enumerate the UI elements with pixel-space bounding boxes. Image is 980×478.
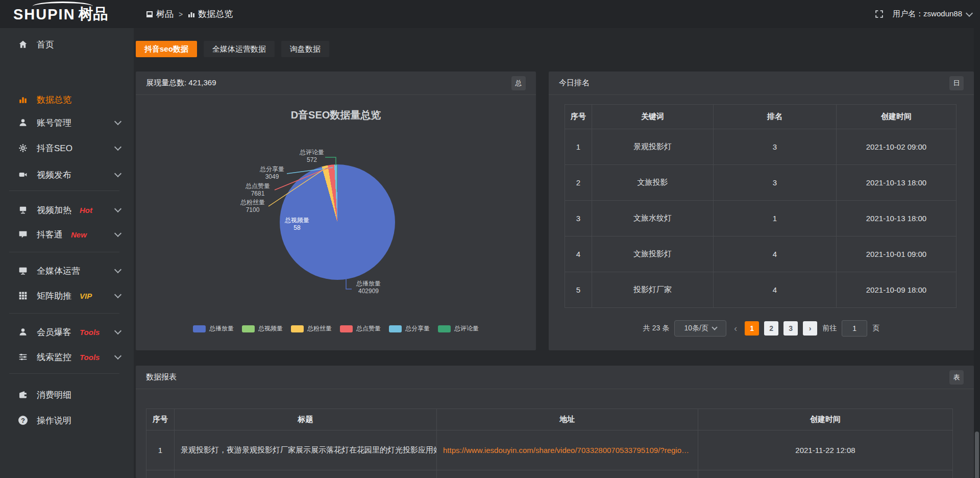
sidebar-item-matrix-boost[interactable]: 矩阵助推 VIP <box>0 283 134 308</box>
pagination: 共 23 条 10条/页 ‹ 1 2 3 › 前往 页 <box>549 320 974 337</box>
sidebar-item-douketong[interactable]: 抖客通 New <box>0 222 134 247</box>
wallet-icon <box>18 390 28 399</box>
table-row: 1景观投影灯32021-10-02 09:00 <box>565 129 957 165</box>
sidebar-divider <box>9 190 119 191</box>
tab-media-operation-data[interactable]: 全媒体运营数据 <box>204 41 275 57</box>
next-page-button[interactable]: › <box>803 321 817 336</box>
video-camera-icon <box>18 170 28 179</box>
pie-label-likes: 总点赞量7681 <box>240 182 276 198</box>
col-index: 序号 <box>565 105 592 129</box>
new-badge: New <box>71 230 87 239</box>
chevron-down-icon <box>114 144 121 151</box>
legend-swatch <box>438 325 451 332</box>
table-row: 4文旅投影灯42021-10-01 09:00 <box>565 236 957 272</box>
tab-douyin-seo-data[interactable]: 抖音seo数据 <box>136 41 197 57</box>
col-created: 创建时间 <box>698 409 953 431</box>
table-row: 2文旅投影32021-10-13 18:00 <box>565 165 957 201</box>
chart-legend: 总播放量 总视频量 总粉丝量 总点赞量 总分享量 总评论量 <box>136 324 536 333</box>
table-badge-button[interactable]: 表 <box>949 370 964 385</box>
username-label: 用户名：zswodun88 <box>893 9 962 19</box>
tools-badge: Tools <box>80 353 100 362</box>
ranking-panel-title: 今日排名 <box>559 78 590 88</box>
legend-swatch <box>340 325 353 332</box>
breadcrumb-root[interactable]: 树品 <box>146 8 174 20</box>
monitor-icon <box>18 266 28 275</box>
created-time-cell: 2021-11-22 12:08 <box>698 431 953 470</box>
question-icon <box>18 416 28 425</box>
table-row: 1 景观投影灯，夜游景观投影灯厂家展示展示落花灯在花园里的灯光投影应用效果 # … <box>146 431 953 470</box>
data-tabs: 抖音seo数据 全媒体运营数据 询盘数据 <box>136 41 329 57</box>
app-square-icon <box>146 11 153 18</box>
sidebar-item-data-overview[interactable]: 数据总览 <box>0 87 134 112</box>
chevron-down-icon <box>114 118 121 125</box>
chevron-down-icon <box>114 170 121 177</box>
page-size-select[interactable]: 10条/页 <box>674 320 726 337</box>
pie-label-fans: 总粉丝量7100 <box>235 199 271 214</box>
legend-item-shares[interactable]: 总分享量 <box>389 324 430 333</box>
today-ranking-panel: 今日排名 日 序号 关键词 排名 创建时间 1景观投影灯32021-10-02 … <box>549 71 974 350</box>
report-table: 序号 标题 地址 创建时间 1 景观投影灯，夜游景观投影灯厂家展示展示落花灯在花… <box>146 409 953 478</box>
page-button-1[interactable]: 1 <box>745 321 759 336</box>
chevron-down-icon <box>114 266 121 273</box>
col-rank: 排名 <box>714 105 837 129</box>
chevron-down-icon <box>114 205 121 212</box>
sidebar-item-media-operation[interactable]: 全媒体运营 <box>0 258 134 283</box>
legend-item-likes[interactable]: 总点赞量 <box>340 324 381 333</box>
pagination-total: 共 23 条 <box>643 324 669 333</box>
sidebar-item-video-heat[interactable]: 视频加热 Hot <box>0 198 134 222</box>
page-button-2[interactable]: 2 <box>764 321 778 336</box>
video-url-link[interactable]: https://www.iesdouyin.com/share/video/70… <box>443 446 689 455</box>
col-url: 地址 <box>437 409 698 431</box>
sidebar-item-member-burst[interactable]: 会员爆客 Tools <box>0 320 134 344</box>
scrollbar-thumb[interactable] <box>975 432 979 478</box>
member-icon <box>18 327 28 337</box>
legend-swatch <box>291 325 304 332</box>
grid-icon <box>18 291 28 300</box>
chevron-down-icon <box>114 352 121 360</box>
pie-label-plays: 总播放量402909 <box>352 280 385 295</box>
sidebar-item-lead-monitor[interactable]: 线索监控 Tools <box>0 345 134 369</box>
legend-item-comments[interactable]: 总评论量 <box>438 324 479 333</box>
col-index: 序号 <box>146 409 175 431</box>
legend-swatch <box>242 325 255 332</box>
user-icon <box>18 118 28 127</box>
hot-badge: Hot <box>80 206 92 214</box>
pie-label-shares: 总分享量3049 <box>254 165 290 181</box>
data-report-panel: 数据报表 表 序号 标题 地址 创建时间 1 景观投影灯，夜游景观投影灯厂家展示… <box>136 366 974 478</box>
sidebar-divider <box>9 252 119 252</box>
tab-inquiry-data[interactable]: 询盘数据 <box>281 41 329 57</box>
prev-page-button[interactable]: ‹ <box>731 323 740 334</box>
app-logo: SHUPIN 树品 <box>13 4 108 25</box>
report-header-row: 序号 标题 地址 创建时间 <box>146 409 953 431</box>
page-scrollbar[interactable] <box>974 28 980 478</box>
breadcrumb-current[interactable]: 数据总览 <box>188 8 233 20</box>
breadcrumb: 树品 > 数据总览 <box>146 0 233 28</box>
top-header-bar: SHUPIN 树品 树品 > 数据总览 用户名：zswodun88 <box>0 0 980 28</box>
page-button-3[interactable]: 3 <box>783 321 798 336</box>
daily-badge-button[interactable]: 日 <box>949 76 964 90</box>
sidebar-item-account[interactable]: 账号管理 <box>0 110 134 135</box>
gear-icon <box>18 144 28 153</box>
chevron-down-icon <box>114 327 121 334</box>
sidebar-divider <box>9 373 119 374</box>
legend-item-plays[interactable]: 总播放量 <box>193 324 234 333</box>
goto-page-input[interactable] <box>842 320 867 337</box>
fullscreen-icon[interactable] <box>875 10 884 18</box>
sidebar-item-douyin-seo[interactable]: 抖音SEO <box>0 136 134 160</box>
sidebar-item-help[interactable]: 操作说明 <box>0 408 134 433</box>
sidebar-item-home[interactable]: 首页 <box>0 32 134 57</box>
report-panel-title: 数据报表 <box>146 372 177 382</box>
home-icon <box>18 40 28 49</box>
screen-icon <box>18 205 28 214</box>
chevron-down-icon <box>966 9 973 16</box>
pie-chart-area: D音SEO数据量总览 总评论量572 总分享量3049 总点赞量7681 总粉丝… <box>136 71 536 350</box>
chat-bubble-icon <box>18 230 28 239</box>
sidebar-item-video-publish[interactable]: 视频发布 <box>0 162 134 187</box>
table-row: 5投影灯厂家42021-10-09 18:00 <box>565 272 957 308</box>
bar-chart-icon <box>18 95 28 104</box>
legend-item-fans[interactable]: 总粉丝量 <box>291 324 332 333</box>
user-menu[interactable]: 用户名：zswodun88 <box>893 9 972 19</box>
sidebar-item-spend-detail[interactable]: 消费明细 <box>0 383 134 407</box>
legend-item-videos[interactable]: 总视频量 <box>242 324 283 333</box>
video-title-cell: 景观投影灯，夜游景观投影灯厂家展示展示落花灯在花园里的灯光投影应用效果 # <box>175 431 437 470</box>
